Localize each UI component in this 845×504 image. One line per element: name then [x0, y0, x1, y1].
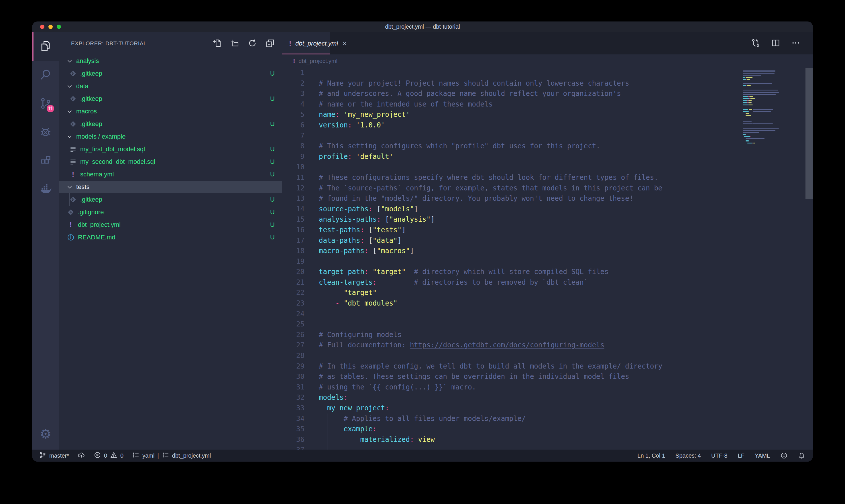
code-line-37[interactable]	[282, 445, 740, 450]
code-line-33[interactable]: my_new_project:	[282, 403, 740, 414]
code-line-30[interactable]: # as tables. These settings can be overr…	[282, 372, 740, 382]
minimap[interactable]	[743, 68, 804, 146]
vertical-scrollbar[interactable]	[805, 68, 813, 450]
tree-folder-models-example[interactable]: models / example	[59, 130, 282, 143]
more-actions-icon[interactable]	[791, 38, 800, 49]
activity-debug-button[interactable]	[32, 118, 59, 147]
code-line-9[interactable]: profile: 'default'	[282, 151, 740, 162]
code-line-26[interactable]: # Configuring models	[282, 330, 740, 340]
minimap-line	[743, 72, 804, 74]
code-line-16[interactable]: test-paths: ["tests"]	[282, 225, 740, 235]
code-line-19[interactable]	[282, 256, 740, 267]
code-line-35[interactable]: example:	[282, 424, 740, 434]
activity-extensions-button[interactable]	[32, 147, 59, 176]
tree-file-dbt-project-yml[interactable]: !dbt_project.ymlU	[59, 218, 282, 231]
notifications-bell-icon[interactable]	[798, 452, 806, 459]
code-line-25[interactable]	[282, 319, 740, 330]
tree-file--gitkeep[interactable]: .gitkeepU	[59, 67, 282, 80]
code-line-3[interactable]: # and underscores. A good package name s…	[282, 89, 740, 99]
language-mode[interactable]: YAML	[755, 452, 770, 459]
code-line-23[interactable]: - "dbt_modules"	[282, 298, 740, 309]
code-line-31[interactable]: # using the `{{ config(...) }}` macro.	[282, 382, 740, 393]
code-line-6[interactable]: version: '1.0.0'	[282, 120, 740, 130]
code-editor[interactable]: 1234567891011121314151617181920212223242…	[282, 68, 813, 450]
chevron-down-icon	[67, 184, 73, 190]
feedback-smiley-icon[interactable]	[780, 452, 788, 459]
code-line-21[interactable]: clean-targets: # directories to be remov…	[282, 277, 740, 288]
code-line-13[interactable]: # found in the "models/" directory. You …	[282, 193, 740, 204]
activity-docker-button[interactable]	[32, 176, 59, 204]
code-line-18[interactable]: macro-paths: ["macros"]	[282, 246, 740, 256]
tree-file-schema-yml[interactable]: !schema.ymlU	[59, 168, 282, 181]
code-line-5[interactable]: name: 'my_new_project'	[282, 109, 740, 120]
code-line-34[interactable]: # Applies to all files under models/exam…	[282, 414, 740, 424]
new-folder-icon[interactable]	[230, 38, 239, 49]
code-line-24[interactable]	[282, 309, 740, 319]
error-count: 0	[104, 452, 107, 459]
title-bar[interactable]: dbt_project.yml — dbt-tutorial	[32, 21, 813, 32]
git-branch-status[interactable]: master*	[39, 451, 69, 460]
cursor-position[interactable]: Ln 1, Col 1	[637, 452, 665, 459]
token: view	[418, 435, 435, 444]
code-line-36[interactable]: materialized: view	[282, 434, 740, 445]
tree-file--gitkeep[interactable]: .gitkeepU	[59, 118, 282, 130]
tree-file-my-first-dbt-model-sql[interactable]: my_first_dbt_model.sqlU	[59, 143, 282, 156]
code-line-7[interactable]	[282, 130, 740, 141]
code-line-8[interactable]: # This setting configures which "profile…	[282, 141, 740, 151]
tree-folder-tests[interactable]: tests	[59, 181, 282, 193]
code-line-27[interactable]: # Full documentation: https://docs.getdb…	[282, 340, 740, 350]
code-line-2[interactable]: # Name your project! Project names shoul…	[282, 78, 740, 89]
tree-file--gitkeep[interactable]: .gitkeepU	[59, 193, 282, 206]
code-line-17[interactable]: data-paths: ["data"]	[282, 235, 740, 246]
untracked-badge: U	[270, 158, 275, 165]
tree-item-label: my_first_dbt_model.sql	[80, 145, 145, 153]
tree-folder-analysis[interactable]: analysis	[59, 55, 282, 67]
problems-status[interactable]: 0 0	[94, 451, 124, 460]
refresh-icon[interactable]	[248, 38, 257, 49]
breadcrumb[interactable]: ! dbt_project.yml	[282, 54, 813, 68]
split-editor-icon[interactable]	[771, 38, 780, 49]
tree-file-readme-md[interactable]: README.mdU	[59, 231, 282, 244]
code-line-11[interactable]: # These configurations specify where dbt…	[282, 173, 740, 183]
code-line-10[interactable]	[282, 162, 740, 173]
untracked-badge: U	[270, 221, 275, 228]
cloud-upload-icon	[78, 451, 85, 460]
code-line-22[interactable]: - "target"	[282, 288, 740, 298]
publish-status[interactable]	[78, 451, 85, 460]
tree-file-my-second-dbt-model-sql[interactable]: my_second_dbt_model.sqlU	[59, 156, 282, 168]
close-tab-icon[interactable]: ×	[343, 39, 347, 48]
activity-source-control-button[interactable]: 11	[32, 90, 59, 118]
tab-dbt-project-yml[interactable]: ! dbt_project.yml ×	[282, 32, 330, 54]
editor-group: ! dbt_project.yml ×	[282, 32, 813, 450]
activity-explorer-button[interactable]	[32, 32, 59, 61]
encoding-setting[interactable]: UTF-8	[711, 452, 727, 459]
code-lines: # Name your project! Project names shoul…	[282, 68, 740, 450]
settings-button[interactable]: ⚙	[32, 418, 59, 450]
minimap-line	[743, 91, 804, 93]
compare-changes-icon[interactable]	[751, 38, 760, 49]
collapse-all-icon[interactable]	[266, 38, 275, 49]
tree-file--gitkeep[interactable]: .gitkeepU	[59, 92, 282, 105]
code-line-1[interactable]	[282, 68, 740, 78]
eol-setting[interactable]: LF	[738, 452, 744, 459]
explorer-title: EXPLORER: DBT-TUTORIAL	[71, 40, 212, 47]
code-line-20[interactable]: target-path: "target" # directory which …	[282, 267, 740, 277]
code-line-4[interactable]: # name or the intended use of these mode…	[282, 99, 740, 110]
code-line-14[interactable]: source-paths: ["models"]	[282, 204, 740, 215]
code-line-15[interactable]: analysis-paths: ["analysis"]	[282, 214, 740, 225]
code-line-29[interactable]: # In this example config, we tell dbt to…	[282, 361, 740, 372]
scrollbar-thumb[interactable]	[806, 68, 813, 199]
indent-guide	[327, 434, 327, 445]
new-file-icon[interactable]	[212, 38, 221, 49]
code-line-28[interactable]	[282, 350, 740, 361]
indentation-setting[interactable]: Spaces: 4	[676, 452, 701, 459]
linter-status[interactable]: yaml | dbt_project.yml	[132, 451, 211, 460]
code-line-32[interactable]: models:	[282, 392, 740, 403]
activity-search-button[interactable]	[32, 61, 59, 90]
tree-file--gitignore[interactable]: .gitignoreU	[59, 206, 282, 218]
source-control-badge: 11	[46, 104, 55, 113]
tree-folder-macros[interactable]: macros	[59, 105, 282, 118]
tree-folder-data[interactable]: data	[59, 80, 282, 92]
code-line-12[interactable]: # The `source-paths` config, for example…	[282, 183, 740, 194]
link-text[interactable]: https://docs.getdbt.com/docs/configuring…	[410, 341, 605, 349]
